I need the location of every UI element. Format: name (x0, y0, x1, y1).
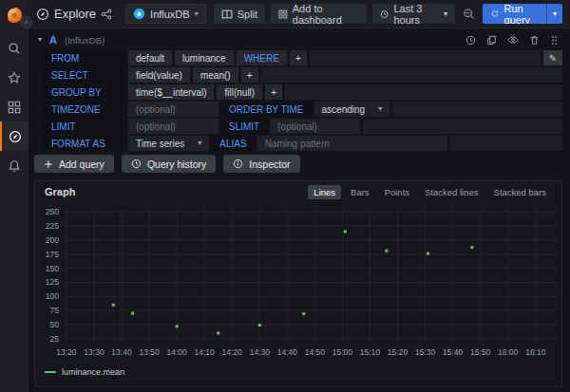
add-query-button[interactable]: Add query (34, 155, 114, 173)
series-name[interactable]: luminance.mean (62, 367, 124, 377)
retention-policy-segment[interactable]: default (128, 50, 172, 65)
fill-segment[interactable]: fill(null) (217, 84, 262, 100)
limit-label: LIMIT (44, 119, 125, 134)
svg-text:75: 75 (50, 306, 60, 315)
inspector-button[interactable]: Inspector (223, 155, 299, 173)
sidebar-item-alerting[interactable] (0, 151, 28, 180)
limit-row: LIMIT SLIMIT (44, 119, 562, 134)
collapse-chevron-icon[interactable]: ▾ (38, 36, 42, 44)
query-history-button[interactable]: Query history (122, 155, 216, 173)
eye-icon[interactable] (507, 34, 519, 46)
mode-points[interactable]: Points (379, 185, 415, 199)
select-label: SELECT (44, 67, 125, 83)
sidebar-item-dashboards[interactable] (0, 92, 28, 121)
function-segment[interactable]: mean() (193, 67, 238, 83)
mode-lines[interactable]: Lines (308, 185, 341, 199)
sidebar-item-search[interactable] (0, 33, 28, 63)
svg-text:13:20: 13:20 (56, 347, 77, 357)
graph-panel: Graph Lines Bars Points Stacked lines St… (34, 180, 562, 387)
clock-icon (380, 9, 389, 20)
search-icon (8, 42, 21, 55)
sidebar-item-starred[interactable] (0, 63, 28, 92)
field-segment[interactable]: field(value) (128, 67, 190, 83)
add-query-label: Add query (59, 159, 104, 170)
trash-icon[interactable] (529, 35, 540, 46)
order-by-time-select[interactable]: ascending ▾ (314, 102, 390, 117)
graph-mode-toggle: Lines Bars Points Stacked lines Stacked … (308, 185, 552, 199)
svg-text:14:10: 14:10 (195, 347, 216, 357)
drag-handle-icon[interactable] (550, 35, 559, 46)
bell-icon (8, 159, 21, 173)
slimit-label: SLIMIT (221, 119, 267, 134)
query-datasource-hint: (InfluxDB) (65, 35, 104, 46)
timezone-label: TIMEZONE (44, 102, 125, 117)
mode-stacked-lines[interactable]: Stacked lines (419, 185, 484, 199)
run-query-label: Run query (504, 4, 538, 24)
chart-legend: luminance.mean (35, 365, 561, 379)
add-select-part-button[interactable]: + (241, 67, 258, 83)
info-icon (233, 159, 243, 169)
row-filler (363, 119, 562, 134)
query-actions: Add query Query history Inspector (34, 155, 300, 173)
sync-icon (491, 9, 499, 19)
history-icon[interactable] (466, 35, 476, 46)
share-icon[interactable] (101, 9, 112, 20)
svg-text:15:10: 15:10 (360, 347, 381, 357)
sidebar (0, 0, 28, 392)
row-filler (261, 67, 562, 83)
alias-input[interactable] (257, 136, 447, 151)
format-as-select[interactable]: Time series ▾ (128, 136, 209, 151)
svg-text:14:50: 14:50 (305, 347, 326, 357)
measurement-segment[interactable]: luminance (175, 50, 234, 65)
history-icon (131, 159, 142, 169)
limit-input[interactable] (128, 119, 218, 134)
split-label: Split (238, 9, 257, 20)
luminance-chart[interactable]: 25507510012515017520022525013:2013:3013:… (35, 202, 561, 365)
row-filler (285, 84, 562, 100)
group-by-time-segment[interactable]: time($__interval) (128, 84, 214, 100)
add-to-dashboard-button[interactable]: Add to dashboard (271, 4, 367, 24)
sidebar-item-explore[interactable] (0, 121, 28, 151)
query-header: ▾ A (InfluxDB) (34, 32, 562, 47)
influxql-query-rows: FROM default luminance WHERE + ✎ SELECT … (44, 50, 562, 151)
copy-icon[interactable] (486, 35, 497, 46)
svg-text:25: 25 (50, 334, 60, 344)
timezone-input[interactable] (128, 102, 218, 117)
series-color-swatch (45, 371, 56, 373)
compass-icon (9, 130, 22, 143)
split-button[interactable]: Split (214, 4, 265, 24)
explore-header: Explore (36, 7, 112, 21)
format-as-value: Time series (136, 139, 184, 149)
grafana-explore-page: { "topnav": { "explore_label": "Explore"… (0, 0, 570, 392)
run-query-button[interactable]: Run query ▾ (483, 4, 562, 24)
graph-panel-header: Graph Lines Bars Points Stacked lines St… (35, 181, 561, 202)
format-as-label: FORMAT AS (44, 136, 125, 151)
time-range-picker[interactable]: Last 3 hours ▾ (372, 4, 455, 24)
time-range-label: Last 3 hours (393, 3, 438, 26)
svg-text:200: 200 (46, 235, 59, 245)
run-query-dropdown[interactable]: ▾ (546, 4, 562, 24)
row-filler (392, 102, 562, 117)
datasource-picker[interactable]: InfluxDB ▾ (125, 4, 206, 24)
query-ref-id[interactable]: A (49, 34, 57, 46)
timezone-row: TIMEZONE ORDER BY TIME ascending ▾ (44, 102, 562, 117)
svg-text:13:50: 13:50 (139, 347, 160, 357)
row-filler (450, 136, 562, 151)
select-row: SELECT field(value) mean() + (44, 67, 562, 83)
influxdb-logo-icon (133, 8, 145, 20)
add-group-by-button[interactable]: + (265, 84, 282, 100)
apps-icon (8, 101, 21, 114)
svg-text:15:40: 15:40 (443, 347, 464, 357)
svg-text:13:40: 13:40 (111, 347, 132, 357)
from-row: FROM default luminance WHERE + ✎ (44, 50, 562, 65)
mode-bars[interactable]: Bars (345, 185, 375, 199)
inspector-label: Inspector (249, 159, 290, 170)
slimit-input[interactable] (270, 119, 360, 134)
svg-text:14:20: 14:20 (222, 347, 243, 357)
mode-stacked-bars[interactable]: Stacked bars (488, 185, 552, 199)
zoom-out-button[interactable] (461, 4, 477, 24)
toggle-text-edit-button[interactable]: ✎ (543, 50, 562, 65)
alias-label: ALIAS (212, 136, 254, 151)
add-condition-button[interactable]: + (290, 50, 307, 65)
sidebar-expand-button[interactable]: › (20, 16, 32, 28)
